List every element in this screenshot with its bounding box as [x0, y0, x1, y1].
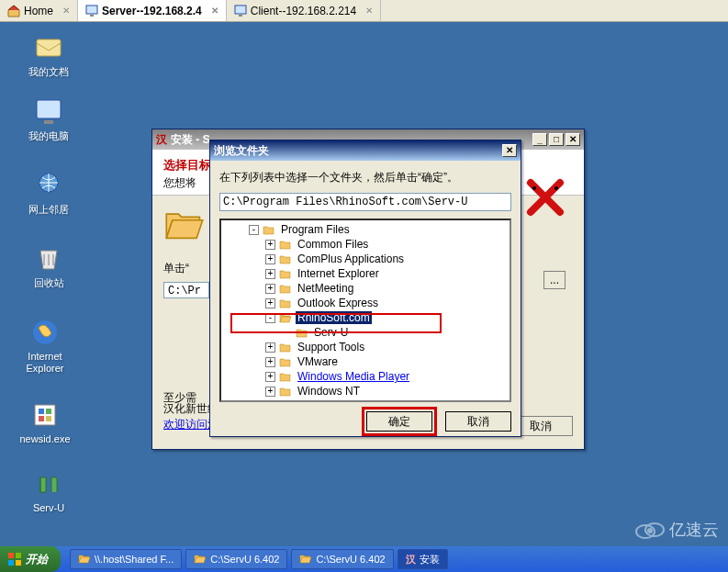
svg-rect-14 — [16, 553, 21, 558]
tree-row[interactable]: +ComPlus Applications — [221, 252, 510, 266]
window-title: 安装 - S — [171, 132, 210, 148]
expand-toggle[interactable]: + — [265, 298, 275, 308]
expand-toggle[interactable]: - — [265, 313, 275, 323]
expand-toggle[interactable]: + — [265, 387, 275, 397]
icon — [33, 32, 64, 63]
svg-rect-4 — [44, 120, 53, 124]
tab-client[interactable]: Client--192.168.2.214 ✕ — [227, 0, 381, 21]
tab-home[interactable]: Home ✕ — [0, 0, 78, 21]
icon-label: 我的文档 — [17, 66, 81, 78]
svg-point-11 — [532, 186, 536, 190]
expand-toggle[interactable]: + — [265, 372, 275, 382]
tab-label: Client--192.168.2.214 — [251, 5, 356, 17]
tree-label: Outlook Express — [296, 297, 380, 309]
folder-icon — [279, 342, 292, 353]
folder-icon — [279, 239, 292, 250]
close-icon[interactable]: ✕ — [62, 6, 70, 16]
desktop-icon[interactable]: 我的文档 — [17, 32, 81, 78]
taskbar-label: \\.host\Shared F... — [95, 554, 174, 565]
watermark-text: 亿速云 — [669, 519, 719, 541]
app-icon: 汉 — [156, 132, 167, 148]
monitor-icon — [234, 5, 247, 17]
svg-point-19 — [647, 528, 653, 533]
svg-rect-3 — [37, 100, 61, 118]
svg-rect-6 — [35, 405, 55, 425]
desktop-icon[interactable]: Serv-U — [17, 468, 81, 514]
desktop-icon[interactable]: 我的电脑 — [17, 96, 81, 142]
expand-toggle[interactable]: + — [265, 254, 275, 264]
taskbar-label: C:\ServU 6.402 — [316, 554, 385, 565]
tree-label: VMware — [296, 355, 340, 368]
icon — [29, 399, 61, 431]
maximize-button[interactable]: □ — [549, 133, 564, 146]
icon — [33, 468, 64, 499]
folder-icon — [279, 283, 292, 294]
tree-row[interactable]: +Windows Media Player — [221, 369, 510, 384]
tree-row[interactable]: -RhinoSoft.com — [221, 310, 510, 325]
taskbar-button[interactable]: \\.host\Shared F... — [70, 549, 182, 569]
tree-label: Internet Explorer — [296, 267, 381, 280]
watermark: 亿速云 — [634, 519, 719, 541]
tree-label: ComPlus Applications — [296, 252, 406, 265]
start-button[interactable]: 开始 — [0, 546, 61, 572]
tree-row[interactable]: +NetMeeting — [221, 281, 510, 296]
spacer — [282, 328, 292, 338]
expand-toggle[interactable]: + — [265, 357, 275, 367]
path-input[interactable] — [219, 193, 511, 211]
expand-toggle[interactable]: + — [265, 240, 275, 250]
close-button[interactable]: ✕ — [502, 144, 517, 157]
tree-row[interactable]: Serv-U — [221, 325, 510, 340]
tree-row[interactable]: +Common Files — [221, 237, 510, 252]
svg-rect-10 — [46, 416, 51, 421]
taskbar-button[interactable]: C:\ServU 6.402 — [185, 549, 287, 569]
tree-label: RhinoSoft.com — [296, 311, 372, 324]
svg-rect-7 — [39, 409, 44, 414]
expand-toggle[interactable]: + — [265, 269, 275, 279]
browse-titlebar[interactable]: 浏览文件夹 ✕ — [210, 140, 521, 161]
tree-label: Serv-U — [312, 326, 350, 339]
tree-row[interactable]: +Outlook Express — [221, 296, 510, 310]
desktop-icon[interactable]: 回收站 — [17, 243, 81, 289]
path-input[interactable]: C:\Pr — [163, 282, 209, 298]
folder-icon — [279, 312, 292, 323]
icon-label: InternetExplorer — [13, 351, 77, 375]
tree-row[interactable]: +Windows NT — [221, 384, 510, 398]
icon-label: 我的电脑 — [17, 130, 81, 142]
tree-label: Program Files — [279, 223, 352, 236]
svg-rect-2 — [37, 39, 61, 56]
close-icon[interactable]: ✕ — [211, 6, 218, 16]
icon-label: Serv-U — [17, 502, 81, 514]
tab-server[interactable]: Server--192.168.2.4 ✕ — [78, 0, 227, 21]
tree-row[interactable]: +Support Tools — [221, 340, 510, 354]
tree-row[interactable]: +VMware — [221, 354, 510, 369]
desktop-icon[interactable]: newsid.exe — [13, 399, 77, 445]
icon-label: newsid.exe — [13, 433, 77, 445]
taskbar-icon — [194, 553, 207, 566]
minimize-button[interactable]: _ — [532, 133, 547, 146]
ok-button[interactable]: 确定 — [366, 411, 432, 432]
tree-row[interactable]: WindowsUpdate — [221, 398, 510, 402]
taskbar-button[interactable]: 汉安装 — [398, 549, 448, 569]
svg-rect-15 — [8, 560, 14, 566]
svg-rect-13 — [8, 553, 14, 558]
svg-rect-8 — [46, 409, 51, 414]
folder-icon — [279, 297, 292, 308]
taskbar-label: C:\ServU 6.402 — [210, 554, 279, 565]
folder-tree[interactable]: -Program Files+Common Files+ComPlus Appl… — [219, 219, 511, 402]
cancel-button[interactable]: 取消 — [445, 411, 511, 432]
tree-row[interactable]: -Program Files — [221, 222, 510, 237]
desktop-icon[interactable]: InternetExplorer — [13, 317, 77, 375]
close-button[interactable]: ✕ — [566, 133, 580, 146]
taskbar-icon — [299, 553, 312, 566]
taskbar-button[interactable]: C:\ServU 6.402 — [291, 549, 393, 569]
desktop-icon[interactable]: 网上邻居 — [17, 170, 81, 216]
expand-toggle[interactable]: + — [265, 284, 275, 294]
folder-icon — [279, 356, 292, 367]
expand-toggle[interactable]: + — [265, 342, 275, 353]
close-icon[interactable]: ✕ — [365, 6, 373, 16]
tree-row[interactable]: +Internet Explorer — [221, 266, 510, 281]
folder-icon — [279, 253, 292, 264]
expand-toggle[interactable]: - — [249, 225, 259, 235]
monitor-icon — [85, 5, 98, 17]
browse-button[interactable]: ... — [543, 271, 566, 289]
